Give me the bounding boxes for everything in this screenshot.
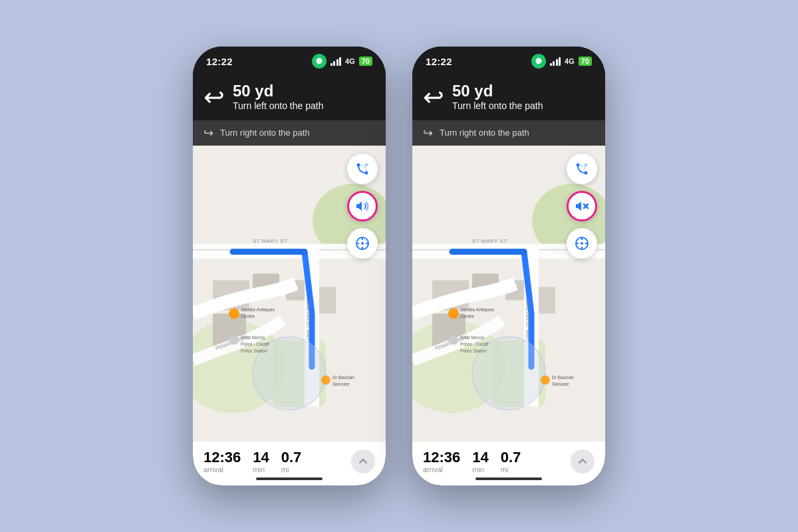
secondary-arrow-left: ↪ [203, 126, 213, 140]
compass-button-right[interactable] [567, 228, 597, 259]
secondary-street-left: Turn right onto the path [220, 128, 310, 138]
svg-text:Police - Cardiff: Police - Cardiff [460, 341, 489, 346]
route-button-left[interactable] [347, 154, 378, 184]
distance-label-right: mi [501, 466, 521, 473]
svg-point-19 [229, 335, 239, 344]
sound-button-right[interactable] [567, 191, 597, 221]
phone-left: 12:22 4G 70 ↩ 50 yd Turn left onto the p… [193, 47, 386, 485]
phone-right: 12:22 4G 70 ↩ 50 yd Turn left onto the p… [412, 47, 605, 485]
svg-point-23 [321, 375, 331, 384]
chevron-up-icon-right [578, 457, 587, 466]
svg-text:West Mercia: West Mercia [460, 334, 484, 339]
distance-left: 0.7 [281, 450, 302, 466]
sound-off-icon-right [574, 198, 590, 214]
battery-right: 70 [579, 57, 592, 66]
home-indicator-left [256, 477, 323, 480]
svg-text:Police - Cardiff: Police - Cardiff [241, 341, 269, 346]
duration-right: 14 [472, 450, 488, 466]
primary-street-left: Turn left onto the path [233, 100, 323, 112]
network-label-left: 4G [345, 57, 355, 65]
expand-button-right[interactable] [571, 450, 595, 473]
distance-label-left: mi [281, 466, 302, 473]
route-button-right[interactable] [567, 154, 597, 184]
sound-button-left[interactable] [347, 191, 378, 221]
svg-point-67 [581, 242, 583, 245]
compass-icon-right [574, 235, 590, 251]
duration-item-right: 14 min [472, 450, 488, 473]
svg-point-16 [229, 308, 239, 319]
primary-info-left: 50 yd Turn left onto the path [233, 82, 323, 112]
bottom-bar-left: 12:36 arrival 14 min 0.7 mi [193, 442, 386, 485]
svg-text:West Mercia: West Mercia [241, 334, 265, 339]
expand-button-left[interactable] [351, 450, 375, 473]
status-bar-right: 12:22 4G 70 [412, 47, 605, 76]
sound-on-icon-left [354, 198, 370, 214]
map-buttons-left [347, 154, 378, 259]
distance-item-right: 0.7 mi [501, 450, 521, 473]
status-time-left: 12:22 [206, 56, 233, 67]
svg-text:Skincare: Skincare [332, 381, 350, 386]
route-icon-right [574, 161, 590, 177]
status-icons-right: 4G 70 [531, 54, 592, 68]
primary-info-right: 50 yd Turn left onto the path [452, 82, 543, 112]
svg-text:Dr Bauman: Dr Bauman [332, 374, 354, 379]
secondary-arrow-right: ↪ [423, 126, 433, 140]
arrival-time-left: 12:36 [203, 450, 241, 466]
compass-icon-left [354, 235, 370, 251]
svg-text:ST MARY ST: ST MARY ST [253, 237, 288, 243]
svg-point-58 [541, 375, 550, 384]
primary-street-right: Turn left onto the path [452, 100, 543, 112]
svg-text:Jacobs Antiques: Jacobs Antiques [241, 307, 275, 312]
secondary-direction-left: ↪ Turn right onto the path [193, 120, 386, 146]
primary-direction-left: ↩ 50 yd Turn left onto the path [203, 82, 375, 112]
duration-label-right: min [472, 466, 488, 473]
chevron-up-icon-left [358, 457, 368, 466]
eta-row-left: 12:36 arrival 14 min 0.7 mi [203, 450, 375, 473]
map-buttons-right [567, 154, 597, 259]
duration-label-left: min [253, 466, 269, 473]
turn-arrow-left-icon: ↩ [203, 84, 225, 110]
waze-icon-left [312, 54, 327, 68]
distance-left: 50 yd [233, 82, 323, 100]
arrival-item-right: 12:36 arrival [423, 450, 460, 473]
secondary-direction-right: ↪ Turn right onto the path [412, 120, 605, 146]
eta-row-right: 12:36 arrival 14 min 0.7 mi [423, 450, 595, 473]
svg-point-51 [448, 308, 459, 319]
arrival-time-right: 12:36 [423, 450, 460, 466]
svg-text:Centre: Centre [460, 313, 474, 318]
svg-text:Police Station: Police Station [241, 348, 267, 352]
map-area-left: ST MARY ST GRESWLNT WAY PENARTH RO D Jac… [193, 146, 386, 442]
signal-bars-left [331, 57, 342, 66]
turn-arrow-right-icon: ↩ [423, 84, 444, 110]
distance-item-left: 0.7 mi [281, 450, 302, 473]
nav-header-left: ↩ 50 yd Turn left onto the path [193, 76, 386, 120]
distance-right: 50 yd [452, 82, 543, 100]
bottom-bar-right: 12:36 arrival 14 min 0.7 mi [412, 442, 605, 485]
distance-right: 0.7 [501, 450, 521, 466]
duration-left: 14 [253, 450, 269, 466]
arrival-item-left: 12:36 arrival [203, 450, 241, 473]
status-bar-left: 12:22 4G 70 [193, 47, 386, 76]
duration-item-left: 14 min [253, 450, 269, 473]
svg-text:GRESWLNT WAY: GRESWLNT WAY [525, 300, 530, 340]
arrival-label-left: arrival [203, 466, 241, 473]
compass-button-left[interactable] [347, 228, 378, 259]
svg-point-63 [585, 163, 588, 166]
svg-text:Centre: Centre [241, 313, 255, 318]
svg-text:Dr Bauman: Dr Bauman [552, 374, 574, 379]
battery-left: 70 [359, 57, 372, 66]
map-area-right: ST MARY ST GRESWLNT WAY PENARTH RO D Jac… [412, 146, 605, 442]
primary-direction-right: ↩ 50 yd Turn left onto the path [423, 82, 595, 112]
home-indicator-right [475, 477, 542, 480]
network-label-right: 4G [565, 57, 575, 65]
route-icon-left [354, 161, 370, 177]
signal-bars-right [550, 57, 561, 66]
status-time-right: 12:22 [426, 56, 452, 67]
svg-text:GRESWLNT WAY: GRESWLNT WAY [306, 300, 311, 340]
nav-header-right: ↩ 50 yd Turn left onto the path [412, 76, 605, 120]
svg-text:ST MARY ST: ST MARY ST [472, 237, 507, 243]
svg-text:Jacobs Antiques: Jacobs Antiques [460, 307, 494, 312]
svg-text:Skincare: Skincare [552, 381, 569, 386]
waze-icon-right [531, 54, 546, 68]
svg-point-28 [365, 163, 368, 166]
